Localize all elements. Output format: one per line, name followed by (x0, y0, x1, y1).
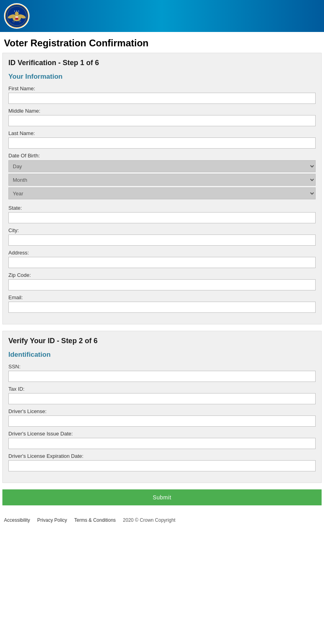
step2-sub-heading: Identification (8, 351, 316, 359)
dob-label: Date Of Birth: (8, 153, 316, 159)
dl-issue-label: Driver's License Issue Date: (8, 431, 316, 437)
dl-expiry-input[interactable] (8, 460, 316, 471)
ssn-input[interactable] (8, 371, 316, 382)
drivers-license-input[interactable] (8, 415, 316, 427)
step1-heading: ID Verification - Step 1 of 6 (8, 59, 316, 67)
city-label: City: (8, 227, 316, 233)
copyright-text: 2020 © Crown Copyright (123, 517, 176, 523)
accessibility-link[interactable]: Accessibility (4, 517, 30, 523)
address-label: Address: (8, 250, 316, 256)
zip-label: Zip Code: (8, 272, 316, 278)
dob-day-select[interactable]: Day (8, 160, 316, 172)
ssn-label: SSN: (8, 364, 316, 370)
address-input[interactable] (8, 257, 316, 268)
dob-group: Date Of Birth: Day Month Year (8, 153, 316, 201)
email-input[interactable] (8, 302, 316, 313)
drivers-license-label: Driver's License: (8, 408, 316, 414)
dob-month-select[interactable]: Month (8, 174, 316, 186)
city-input[interactable] (8, 235, 316, 246)
middle-name-label: Middle Name: (8, 108, 316, 114)
email-group: Email: (8, 294, 316, 313)
last-name-input[interactable] (8, 137, 316, 149)
us-seal-icon: ★ ★ ★ (5, 4, 29, 28)
state-label: State: (8, 205, 316, 211)
first-name-group: First Name: (8, 85, 316, 104)
privacy-policy-link[interactable]: Privacy Policy (37, 517, 67, 523)
zip-input[interactable] (8, 279, 316, 290)
tax-id-input[interactable] (8, 393, 316, 404)
address-group: Address: (8, 250, 316, 268)
last-name-group: Last Name: (8, 130, 316, 149)
dl-expiry-label: Driver's License Expiration Date: (8, 453, 316, 459)
step1-section: ID Verification - Step 1 of 6 Your Infor… (2, 53, 322, 324)
city-group: City: (8, 227, 316, 246)
first-name-input[interactable] (8, 93, 316, 104)
step2-heading: Verify Your ID - Step 2 of 6 (8, 337, 316, 345)
dl-issue-group: Driver's License Issue Date: (8, 431, 316, 449)
page-title: Voter Registration Confirmation (0, 32, 324, 53)
tax-id-group: Tax ID: (8, 386, 316, 404)
dl-expiry-group: Driver's License Expiration Date: (8, 453, 316, 471)
tax-id-label: Tax ID: (8, 386, 316, 392)
site-footer: Accessibility Privacy Policy Terms & Con… (0, 513, 324, 531)
seal-container: ★ ★ ★ (4, 3, 30, 29)
state-group: State: (8, 205, 316, 223)
drivers-license-group: Driver's License: (8, 408, 316, 427)
svg-rect-7 (15, 16, 18, 18)
first-name-label: First Name: (8, 85, 316, 91)
email-label: Email: (8, 294, 316, 300)
dl-issue-input[interactable] (8, 438, 316, 449)
step1-sub-heading: Your Information (8, 73, 316, 81)
middle-name-group: Middle Name: (8, 108, 316, 126)
terms-link[interactable]: Terms & Conditions (74, 517, 116, 523)
last-name-label: Last Name: (8, 130, 316, 136)
step2-section: Verify Your ID - Step 2 of 6 Identificat… (2, 331, 322, 483)
site-header: ★ ★ ★ (0, 0, 324, 32)
zip-group: Zip Code: (8, 272, 316, 290)
dob-year-select[interactable]: Year (8, 187, 316, 199)
svg-text:★ ★ ★: ★ ★ ★ (14, 10, 20, 12)
ssn-group: SSN: (8, 364, 316, 382)
submit-button[interactable]: Submit (2, 489, 322, 505)
state-input[interactable] (8, 212, 316, 223)
middle-name-input[interactable] (8, 115, 316, 126)
